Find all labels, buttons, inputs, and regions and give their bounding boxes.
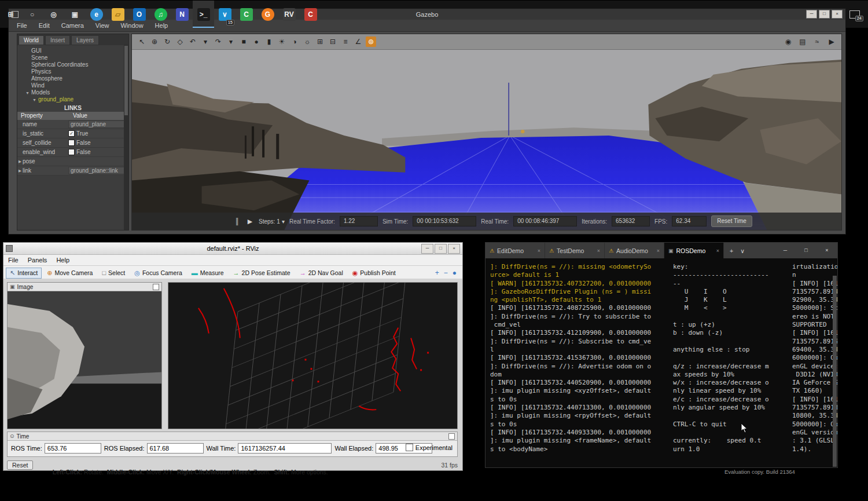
reset-button[interactable]: Reset [7, 460, 33, 470]
close-button[interactable]: × [448, 244, 460, 254]
tree-item[interactable]: ▼Models [17, 89, 128, 96]
taskbar-item[interactable]: ○ [21, 1, 43, 28]
minimize-button[interactable]: ─ [775, 243, 796, 258]
checkbox[interactable]: ✓ [68, 130, 75, 137]
snap-icon[interactable]: ∠ [353, 36, 363, 47]
add-tool-button[interactable]: + [435, 269, 439, 277]
terminal-content[interactable]: ]: DiffDrive(ns = //): missing <odometry… [486, 258, 837, 467]
rviz-tool-button[interactable]: → 2D Nav Goal [296, 268, 347, 278]
steps-control[interactable]: Steps: 1 ▾ [259, 218, 285, 225]
maximize-button[interactable]: □ [435, 244, 447, 254]
tree-item[interactable]: ▼ground_plane [17, 96, 128, 103]
scrollbar-thumb[interactable] [833, 276, 837, 467]
image-panel-header[interactable]: ▣ Image [8, 283, 161, 291]
redo-icon[interactable]: ↷ [213, 36, 223, 47]
copy-icon[interactable]: ⊞ [315, 36, 325, 47]
panel-tab[interactable]: Insert [45, 35, 70, 45]
terminal-tab[interactable]: ⚠ AudioDemo × [605, 243, 664, 258]
menu-item[interactable]: Panels [28, 257, 47, 264]
tab-close-icon[interactable]: × [657, 248, 660, 254]
joint-icon[interactable]: ⊚ [366, 36, 376, 47]
reset-time-button[interactable]: Reset Time [711, 215, 752, 227]
rviz-tool-button[interactable]: □ Select [98, 268, 129, 278]
rviz-tool-button[interactable]: ↖ Interact [6, 268, 42, 279]
expand-arrow-icon[interactable]: ▶ [17, 166, 23, 175]
tree-item[interactable]: Spherical Coordinates [17, 61, 128, 68]
sphere-icon[interactable]: ● [251, 36, 262, 47]
property-row[interactable]: ▶ link ground_plane::link ground_plane::… [17, 166, 128, 175]
tab-dropdown-icon[interactable]: ∨ [740, 247, 745, 254]
checkbox[interactable] [68, 140, 75, 146]
tree-item[interactable]: Wind [17, 82, 128, 89]
undo-icon[interactable]: ↶ [187, 36, 198, 47]
property-row[interactable]: name ground_plane ground_plane [17, 120, 128, 129]
float-panel-button[interactable] [448, 433, 455, 440]
taskbar-item[interactable]: N [171, 1, 193, 28]
scale-icon[interactable]: ◇ [175, 36, 185, 47]
paste-icon[interactable]: ⊟ [328, 36, 338, 47]
rotate-icon[interactable]: ↻ [162, 36, 172, 47]
taskbar-item[interactable]: e [86, 1, 107, 28]
redo-dropdown-icon[interactable]: ▾ [226, 36, 236, 47]
minimize-button[interactable]: ─ [806, 10, 817, 19]
translate-icon[interactable]: ⊕ [149, 36, 160, 47]
float-panel-button[interactable] [153, 284, 159, 290]
taskbar-item[interactable]: ∨ 15 [214, 1, 236, 28]
camera-image-view[interactable] [8, 291, 161, 429]
gazebo-3d-scene[interactable] [132, 49, 841, 230]
panel-tab[interactable]: Layers [71, 35, 99, 45]
maximize-button[interactable]: □ [796, 243, 816, 258]
undo-dropdown-icon[interactable]: ▾ [200, 36, 211, 47]
rviz-tool-button[interactable]: → 2D Pose Estimate [229, 268, 295, 278]
menu-item[interactable]: Help [56, 257, 69, 264]
select-arrow-icon[interactable]: ↖ [137, 36, 147, 47]
taskbar-item[interactable]: C [236, 1, 257, 28]
expand-arrow-icon[interactable]: ▼ [32, 97, 38, 103]
tab-close-icon[interactable]: × [597, 248, 600, 254]
terminal-tab[interactable]: ▣ ROSDemo × [664, 243, 724, 258]
align-icon[interactable]: ≡ [340, 36, 351, 47]
tab-close-icon[interactable]: × [538, 248, 540, 254]
time-field-value[interactable]: 617.68 [147, 443, 204, 454]
steps-dropdown-icon[interactable]: ▾ [282, 218, 285, 225]
expand-arrow-icon[interactable]: ▶ [17, 157, 23, 166]
property-row[interactable]: self_collide False False [17, 138, 128, 148]
expand-arrow-icon[interactable]: ▼ [25, 90, 31, 96]
taskbar-item[interactable]: ◎ [43, 1, 64, 28]
data-logger-icon[interactable]: ▤ [797, 36, 808, 47]
property-value-field[interactable]: ground_plane::link [68, 167, 127, 174]
taskbar-item[interactable]: G [257, 1, 278, 28]
taskbar-item[interactable]: RV [278, 1, 300, 28]
rviz-tool-button[interactable]: ▬ Measure [187, 268, 228, 278]
rviz-tool-button[interactable]: ⊕ Move Camera [43, 268, 97, 279]
minimize-button[interactable]: ─ [421, 244, 433, 254]
checkbox[interactable] [68, 149, 75, 155]
spot-light-icon[interactable]: ◑ [289, 36, 300, 47]
property-row[interactable]: enable_wind False False [17, 148, 128, 157]
tree-item[interactable]: Atmosphere [17, 75, 128, 82]
terminal-tab[interactable]: ⚠ TestDemo × [545, 243, 605, 258]
close-button[interactable]: × [816, 243, 837, 258]
panel-tab[interactable]: World [19, 35, 44, 45]
rviz-tool-button[interactable]: ◉ Publish Point [348, 268, 400, 279]
property-value-field[interactable]: ground_plane [68, 120, 127, 128]
panel-scrollbar[interactable] [124, 45, 128, 230]
tree-item[interactable]: Physics [17, 68, 128, 75]
close-button[interactable]: × [832, 10, 843, 19]
tab-close-icon[interactable]: × [716, 248, 719, 254]
rviz-tool-button[interactable]: ◎ Focus Camera [130, 268, 186, 279]
time-field-value[interactable]: 653.76 [45, 443, 101, 454]
pause-button[interactable]: ║ [233, 218, 241, 225]
maximize-button[interactable]: □ [819, 10, 830, 19]
taskbar-item[interactable]: >_ [193, 1, 214, 28]
plot-icon[interactable]: ≈ [812, 36, 822, 47]
gazebo-viewport[interactable]: ↖⊕↻◇↶▾↷▾■●▮☀◑☼⊞⊟≡∠⊚ ◉▤≈▶ [131, 34, 842, 231]
toolbar-overflow-icon[interactable]: ● [453, 269, 457, 277]
terminal-tab[interactable]: ⚠ EditDemo × [486, 243, 545, 258]
action-center-icon[interactable]: 24 [849, 10, 860, 19]
taskbar-item[interactable]: C [300, 1, 321, 28]
menu-item[interactable]: File [8, 257, 19, 264]
cylinder-icon[interactable]: ▮ [264, 36, 274, 47]
taskbar-item[interactable]: ▣ [64, 1, 86, 28]
point-light-icon[interactable]: ☀ [277, 36, 287, 47]
